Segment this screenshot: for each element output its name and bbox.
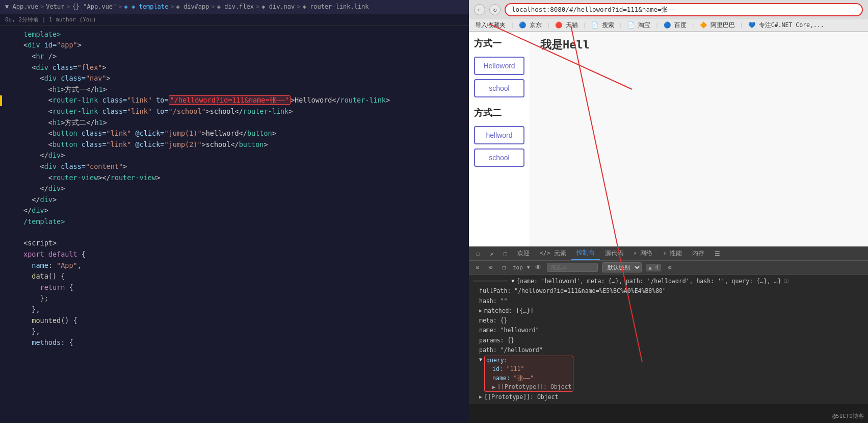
devtools-tab-memory[interactable]: 内存 [687, 246, 709, 260]
expand-arrow-prototype[interactable]: ▶ [479, 393, 482, 401]
devtools-tab-close[interactable]: □ [498, 246, 512, 260]
hellword-button[interactable]: hellword [474, 126, 524, 144]
console-line-route: ══════════ ▼ {name: 'helloword', meta: {… [469, 277, 868, 286]
app-sidebar: 方式一 Helloword school 方式二 hellword school [469, 32, 530, 246]
name-text: name: "helloword" [479, 326, 539, 335]
eye-icon[interactable]: 👁 [534, 263, 543, 272]
bookmark-tmall[interactable]: 🔴 天猫 [553, 21, 580, 30]
devtools-panel: ☐ ↗ □ 欢迎 </> 元素 控制台 源代码 ⚡ 网络 ⚡ 性能 内存 ☰ ⊘… [469, 246, 868, 404]
bookmark-baidu[interactable]: 🔵 百度 [662, 21, 689, 30]
fullpath-text: fullPath: "/helloword?id=111&name=%E5%BC… [479, 287, 666, 295]
console-line-prototype: ▶ [[Prototype]]: Object [469, 392, 868, 402]
bookmark-import[interactable]: 导入收藏夹 [473, 21, 508, 30]
console-line-fullpath: fullPath: "/helloword?id=111&name=%E5%BC… [469, 286, 868, 296]
code-line: <div id="app"> [0, 40, 469, 51]
devtools-tab-sources[interactable]: 源代码 [600, 246, 628, 260]
devtools-tab-welcome[interactable]: 欢迎 [512, 246, 535, 260]
code-line: <div class="content"> [0, 161, 469, 172]
breadcrumb-item: ▼ App.vue [5, 2, 38, 12]
address-bar[interactable]: localhost:8080/#/helloword?id=111&name=张… [505, 3, 863, 16]
devtools-tab-elements[interactable]: </> 元素 [535, 246, 571, 260]
browser-nav: ← ↻ localhost:8080/#/helloword?id=111&na… [469, 0, 868, 19]
browser-chrome: ← ↻ localhost:8080/#/helloword?id=111&na… [469, 0, 868, 32]
helloword-button[interactable]: Helloword [474, 57, 524, 75]
console-line-query: ▼ query: id: "111" name: "张——" ▶[[Protot… [469, 355, 868, 392]
console-line-hash: hash: "" [469, 296, 868, 306]
prototype-text: [[Prototype]]: Object [484, 393, 558, 402]
code-line: }, [0, 304, 469, 315]
watermark: @51CTO博客 [832, 412, 864, 420]
clear-console-icon[interactable]: ⊘ [473, 263, 482, 272]
code-line: <router-view></router-view> [0, 172, 469, 184]
app-main: 我是Hell [530, 32, 868, 246]
code-area: template> <div id="app"> <hr /> <div cla… [0, 26, 469, 352]
console-line-path: path: "/helloword" [469, 345, 868, 355]
code-line: template> [0, 29, 469, 40]
devtools-content: ══════════ ▼ {name: 'helloword', meta: {… [469, 275, 868, 404]
editor-meta: 0u, 2分钟前 | 1 author (You) [0, 14, 469, 26]
refresh-button[interactable]: ↻ [489, 4, 501, 15]
query-key-text: query: [486, 357, 508, 364]
code-line: /template> [0, 216, 469, 228]
error-count: ▲ 4 [646, 264, 661, 271]
code-line: </div> [0, 194, 469, 206]
filter-input[interactable] [547, 263, 598, 272]
code-line: <button class="link" @click="jump(2)">sc… [0, 139, 469, 151]
breadcrumb-item: Vetur [46, 2, 64, 12]
code-line: </div> [0, 150, 469, 161]
devtools-toolbar: ⊘ ⊘ ◻ top ▼ 👁 默认级别 ▲ 4 ⚙ [469, 261, 868, 275]
right-panel: ← ↻ localhost:8080/#/helloword?id=111&na… [469, 0, 868, 423]
filter-icon[interactable]: ⊘ [486, 263, 495, 272]
school-button-2[interactable]: school [474, 148, 524, 167]
code-line: }; [0, 293, 469, 304]
breadcrumb-item: ◈ div#app [176, 2, 209, 12]
code-line: <router-link class="link" to="/helloword… [0, 95, 469, 106]
code-line: methods: { [0, 337, 469, 349]
level-dropdown[interactable]: 默认级别 [602, 262, 642, 272]
devtools-tab-network[interactable]: ⚡ 网络 [628, 246, 658, 260]
code-line: <h1>方式二</h1> [0, 117, 469, 129]
matched-text: matched: [{…}] [484, 307, 534, 315]
devtools-tabs: ☐ ↗ □ 欢迎 </> 元素 控制台 源代码 ⚡ 网络 ⚡ 性能 内存 ☰ [469, 246, 868, 261]
breadcrumb-item: ◈ router-link.link [303, 2, 369, 12]
code-line [0, 227, 469, 238]
code-line: <div class="nav"> [0, 73, 469, 84]
hash-text: hash: "" [479, 297, 507, 306]
bookmark-jd[interactable]: 🔵 京东 [517, 21, 544, 30]
code-line: xport default { [0, 249, 469, 260]
query-section: query: id: "111" name: "张——" ▶[[Prototyp… [484, 356, 573, 392]
bookmarks-bar: 导入收藏夹 | 🔵 京东 | 🔴 天猫 | 📄 搜索 | 📄 淘宝 | 🔵 百度… [469, 19, 868, 32]
bookmark-dotnet[interactable]: 💙 专注C#.NET Core,... [746, 21, 826, 30]
top-dropdown[interactable]: ▼ [527, 265, 530, 270]
devtools-tab-performance[interactable]: ⚡ 性能 [657, 246, 687, 260]
expand-arrow-route[interactable]: ▼ [511, 277, 514, 285]
code-line: mounted() { [0, 315, 469, 327]
expand-arrow-query[interactable]: ▼ [479, 356, 482, 363]
console-line-matched: ▶ matched: [{…}] [469, 306, 868, 316]
back-button[interactable]: ← [474, 4, 485, 15]
devtools-tab-console[interactable]: 控制台 [571, 246, 600, 260]
bookmark-search[interactable]: 📄 搜索 [589, 21, 616, 30]
params-text: params: {} [479, 336, 514, 345]
settings-icon[interactable]: ◻ [499, 263, 509, 272]
route-obj-text: {name: 'helloword', meta: {…}, path: '/h… [516, 277, 781, 286]
gear-icon[interactable]: ⚙ [665, 263, 674, 272]
breadcrumb-item: ◈ ◈ template [124, 2, 169, 12]
code-line: <div class="flex"> [0, 62, 469, 73]
school-button-1[interactable]: school [474, 79, 524, 97]
code-line: name: "App", [0, 260, 469, 271]
code-line: </div> [0, 183, 469, 194]
code-line: return { [0, 282, 469, 293]
console-line-name: name: "helloword" [469, 326, 868, 335]
section2-title: 方式二 [474, 107, 524, 119]
expand-arrow-matched[interactable]: ▶ [479, 307, 482, 314]
bookmark-taobao[interactable]: 📄 淘宝 [625, 21, 652, 30]
devtools-tab-more[interactable]: ☰ [709, 246, 725, 260]
bookmark-alibaba[interactable]: 🔶 阿里巴巴 [698, 21, 737, 30]
code-line: <button class="link" @click="jump(1)">he… [0, 128, 469, 139]
devtools-tab-device[interactable]: ↗ [485, 246, 498, 260]
code-line: <router-link class="link" to="/school">s… [0, 106, 469, 117]
code-line: </div> [0, 205, 469, 216]
code-line: }, [0, 326, 469, 337]
devtools-tab-inspect[interactable]: ☐ [471, 246, 485, 260]
